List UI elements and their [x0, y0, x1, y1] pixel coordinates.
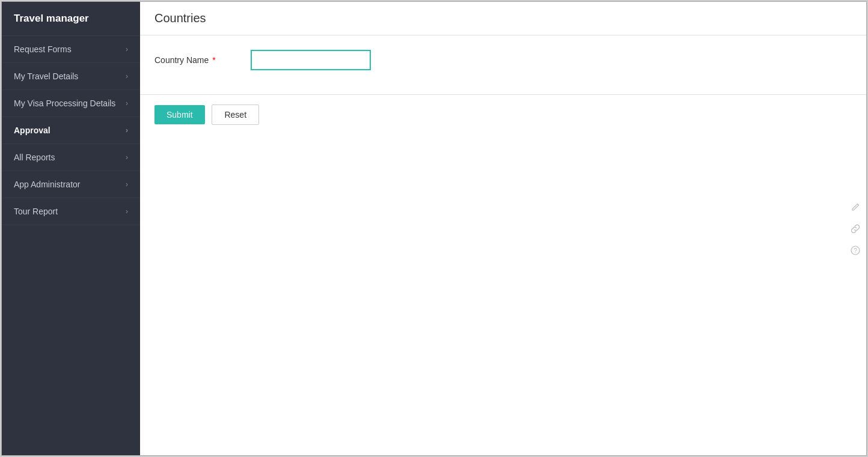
- form-section: Country Name *: [140, 35, 866, 95]
- chevron-right-icon: ›: [126, 153, 128, 162]
- sidebar-item-label: All Reports: [14, 153, 55, 162]
- chevron-right-icon: ›: [126, 99, 128, 107]
- chevron-right-icon: ›: [126, 207, 128, 216]
- sidebar-item-label: App Administrator: [14, 180, 81, 189]
- chevron-right-icon: ›: [126, 126, 128, 135]
- sidebar-item-label: Approval: [14, 126, 50, 135]
- country-name-input[interactable]: [251, 50, 371, 70]
- sidebar: Travel manager Request Forms › My Travel…: [2, 2, 140, 455]
- sidebar-item-approval[interactable]: Approval ›: [2, 117, 140, 144]
- page-header: Countries: [140, 2, 866, 35]
- country-name-row: Country Name *: [154, 50, 852, 70]
- sidebar-title: Travel manager: [2, 2, 140, 36]
- sidebar-item-label: Tour Report: [14, 207, 58, 216]
- button-section: Submit Reset: [140, 95, 866, 135]
- help-icon[interactable]: ?: [847, 242, 864, 259]
- sidebar-item-all-reports[interactable]: All Reports ›: [2, 144, 140, 171]
- reset-button[interactable]: Reset: [212, 104, 259, 125]
- app-container: Travel manager Request Forms › My Travel…: [1, 1, 867, 456]
- sidebar-item-tour-report[interactable]: Tour Report ›: [2, 198, 140, 225]
- chevron-right-icon: ›: [126, 45, 128, 53]
- sidebar-item-label: My Visa Processing Details: [14, 98, 115, 108]
- main-content: Countries Country Name * Submit Reset: [140, 2, 866, 455]
- edit-icon[interactable]: [847, 199, 864, 216]
- svg-text:?: ?: [854, 247, 857, 254]
- chevron-right-icon: ›: [126, 180, 128, 189]
- sidebar-item-app-administrator[interactable]: App Administrator ›: [2, 171, 140, 198]
- side-icons-panel: ?: [845, 194, 866, 264]
- sidebar-item-label: My Travel Details: [14, 71, 78, 81]
- required-star: *: [210, 55, 215, 65]
- link-icon[interactable]: [847, 220, 864, 237]
- page-title: Countries: [154, 11, 852, 25]
- country-name-label: Country Name *: [154, 55, 251, 65]
- sidebar-item-label: Request Forms: [14, 44, 72, 54]
- sidebar-item-my-visa-processing-details[interactable]: My Visa Processing Details ›: [2, 90, 140, 117]
- chevron-right-icon: ›: [126, 72, 128, 80]
- sidebar-item-my-travel-details[interactable]: My Travel Details ›: [2, 63, 140, 90]
- sidebar-item-request-forms[interactable]: Request Forms ›: [2, 36, 140, 63]
- submit-button[interactable]: Submit: [154, 105, 205, 124]
